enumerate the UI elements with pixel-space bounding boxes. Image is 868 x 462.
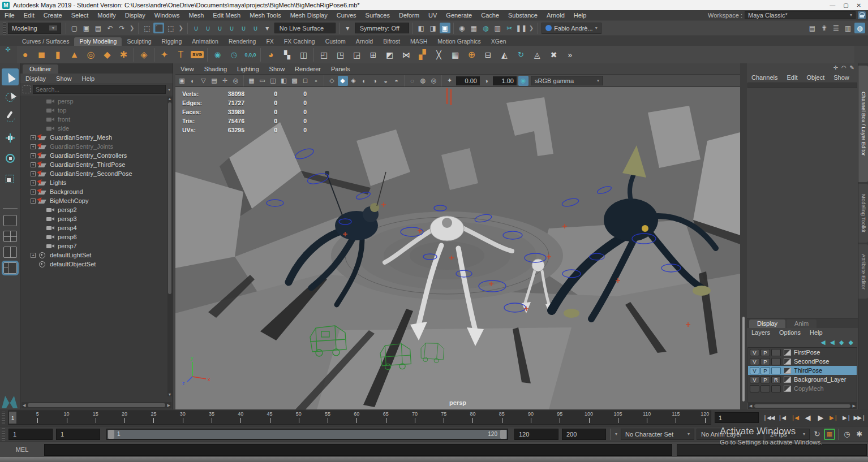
visibility-toggle[interactable]: V xyxy=(750,376,759,383)
menu-curves[interactable]: Curves xyxy=(332,10,361,20)
outliner-item-guardiansentry-joints[interactable]: +GuardianSentry_Joints xyxy=(20,142,173,151)
playback-toggle[interactable]: P xyxy=(760,358,770,365)
layer-scrollbar[interactable]: ◀▶ xyxy=(748,403,857,409)
display-settings-icon[interactable]: ◉ xyxy=(457,23,467,33)
outliner-search-caret[interactable]: ▾ xyxy=(168,87,170,92)
outliner-menu-show[interactable]: Show xyxy=(51,74,77,84)
playback-toggle[interactable]: P xyxy=(760,376,770,383)
exposure-toggle-icon[interactable]: ✦ xyxy=(445,76,455,86)
boolean-difference-button[interactable]: ◳ xyxy=(332,47,349,63)
range-end-handle[interactable] xyxy=(500,430,506,439)
menu-cache[interactable]: Cache xyxy=(476,10,504,20)
panel-layout-icon[interactable]: ▥ xyxy=(843,23,853,33)
rotate-tool[interactable] xyxy=(2,150,19,167)
soft-modification-button[interactable]: ◉ xyxy=(209,47,226,63)
hypershade-icon[interactable]: ◍ xyxy=(480,23,491,33)
playback-speed-caret[interactable]: ▾ xyxy=(613,431,620,437)
step-forward-frame-button[interactable]: ▶❘ xyxy=(827,412,840,424)
step-forward-key-button[interactable]: ▶❘ xyxy=(840,412,853,424)
type-tool-button[interactable]: T xyxy=(173,47,189,63)
gate-mask-icon[interactable]: ◧ xyxy=(279,76,289,86)
pivot-icon[interactable]: ◎ xyxy=(231,76,241,86)
spin-edge-button[interactable]: ↻ xyxy=(513,47,529,63)
expand-toggle[interactable]: + xyxy=(31,180,36,185)
menu-help[interactable]: Help xyxy=(569,10,591,20)
outliner-item-persp[interactable]: persp xyxy=(20,97,173,106)
anim-layer-dropdown[interactable]: No Anim Layer▾ xyxy=(697,429,763,440)
ambient-occlusion-icon[interactable]: ◒ xyxy=(381,76,391,86)
menu-select[interactable]: Select xyxy=(67,10,93,20)
poly-torus-button[interactable]: ◎ xyxy=(83,47,99,63)
select-object-icon[interactable]: ⬛ xyxy=(153,23,164,33)
view-transform-dropdown[interactable]: sRGB gamma▾ xyxy=(531,76,603,85)
new-scene-icon[interactable]: ▢ xyxy=(69,23,80,33)
visibility-toggle[interactable]: V xyxy=(750,358,759,365)
target-weld-button[interactable]: ⊕ xyxy=(463,47,480,63)
character-stand-icon[interactable]: ✟ xyxy=(819,23,830,33)
playback-loop-icon[interactable]: ↻ xyxy=(811,429,823,440)
shelf-gear-icon[interactable]: ✣ xyxy=(5,46,10,53)
range-start-handle[interactable] xyxy=(108,430,114,439)
outliner-item-side[interactable]: side xyxy=(20,124,173,133)
sidebar-tab-attribute-editor[interactable]: Attribute Editor xyxy=(858,244,868,299)
outliner-item-lights[interactable]: +Lights xyxy=(20,178,173,187)
contrast-field[interactable]: 1.00 xyxy=(493,76,517,85)
shelf-tab-mash[interactable]: MASH xyxy=(405,37,432,46)
layer-swatch-icon[interactable] xyxy=(784,349,791,356)
play-backward-button[interactable]: ◀ xyxy=(801,412,814,424)
bake-pivot-button[interactable]: ◷ xyxy=(226,47,242,63)
step-back-key-button[interactable]: ❘◀ xyxy=(775,412,788,424)
outliner-vertical-scrollbar[interactable]: ▲▼ xyxy=(167,97,172,396)
time-ruler[interactable]: 1 51015202530354045505560657075808590951… xyxy=(8,411,711,425)
xray-icon[interactable]: ◍ xyxy=(418,76,428,86)
average-vertices-button[interactable]: ✖ xyxy=(545,47,562,63)
bridge-button[interactable]: ⋈ xyxy=(398,47,414,63)
menu-arnold[interactable]: Arnold xyxy=(542,10,569,20)
paint-select-tool[interactable] xyxy=(2,109,19,126)
new-empty-layer-icon[interactable]: ◆ xyxy=(849,339,853,346)
menu-mesh-tools[interactable]: Mesh Tools xyxy=(245,10,285,20)
grid-icon[interactable]: ▦ xyxy=(247,76,257,86)
lasso-select-tool[interactable] xyxy=(2,89,19,106)
layer-row-copymech[interactable]: CopyMech xyxy=(748,384,857,393)
shelf-tab-rendering[interactable]: Rendering xyxy=(224,37,261,46)
outliner-item-bigmechcopy[interactable]: +BigMechCopy xyxy=(20,196,173,205)
animation-start-field[interactable]: 1 xyxy=(8,429,53,440)
signin-user-dropdown[interactable]: Fabio Andrè...▾ xyxy=(542,23,601,34)
fps-dropdown[interactable]: 24 fps▾ xyxy=(766,429,810,440)
expand-toggle[interactable]: + xyxy=(31,153,36,158)
outliner-item-front[interactable]: front xyxy=(20,115,173,124)
layer-menu-options[interactable]: Options xyxy=(775,327,805,338)
layer-editor-tab-display[interactable]: Display xyxy=(749,319,785,328)
menu-substance[interactable]: Substance xyxy=(504,10,542,20)
connect-button[interactable]: ⊟ xyxy=(480,47,496,63)
channelbox-menu-channels[interactable]: Channels xyxy=(747,72,782,83)
shelf-tab-curves-surfaces[interactable]: Curves / Surfaces xyxy=(17,37,74,46)
cut-icon[interactable]: ✂ xyxy=(504,23,515,33)
symmetry-field[interactable]: Symmetry: Off xyxy=(355,23,409,33)
make-live-icon[interactable]: ∪ xyxy=(250,23,261,33)
layer-swatch-icon[interactable] xyxy=(784,368,791,374)
poly-cone-button[interactable]: ▲ xyxy=(66,47,83,63)
select-hierarchy-icon[interactable]: ⬚ xyxy=(141,23,152,33)
outliner-item-persp2[interactable]: persp2 xyxy=(20,205,173,214)
crease-button[interactable]: ◭ xyxy=(496,47,513,63)
poly-disc-button[interactable]: ✱ xyxy=(115,47,132,63)
combine-button[interactable]: ▚ xyxy=(279,47,295,63)
anim-preferences-icon[interactable]: ◷ xyxy=(841,429,853,440)
channelbox-menu-edit[interactable]: Edit xyxy=(782,72,802,83)
go-to-start-button[interactable]: ❘◀◀ xyxy=(762,412,775,424)
outliner-item-guardiansentry-secondpose[interactable]: +GuardianSentry_SecondPose xyxy=(20,169,173,178)
outliner-item-persp6[interactable]: persp6 xyxy=(20,232,173,241)
render-settings-icon[interactable]: ▣ xyxy=(440,23,450,33)
layer-menu-help[interactable]: Help xyxy=(805,327,827,338)
xray-joints-icon[interactable]: ◎ xyxy=(429,76,439,86)
ipr-render-icon[interactable]: ◨ xyxy=(428,23,439,33)
channelbox-menu-show[interactable]: Show xyxy=(829,72,854,83)
expand-toggle[interactable]: + xyxy=(31,135,36,140)
select-camera-icon[interactable]: ▣ xyxy=(177,76,187,86)
group-collapse-arrow[interactable]: ❯ xyxy=(128,25,136,31)
viewport-scene[interactable]: y x z Verts:3809800Edges:7172700Faces:33… xyxy=(175,87,740,409)
layer-swatch-icon[interactable] xyxy=(784,377,791,383)
layer-row-thirdpose[interactable]: VPThirdPose xyxy=(748,366,857,375)
